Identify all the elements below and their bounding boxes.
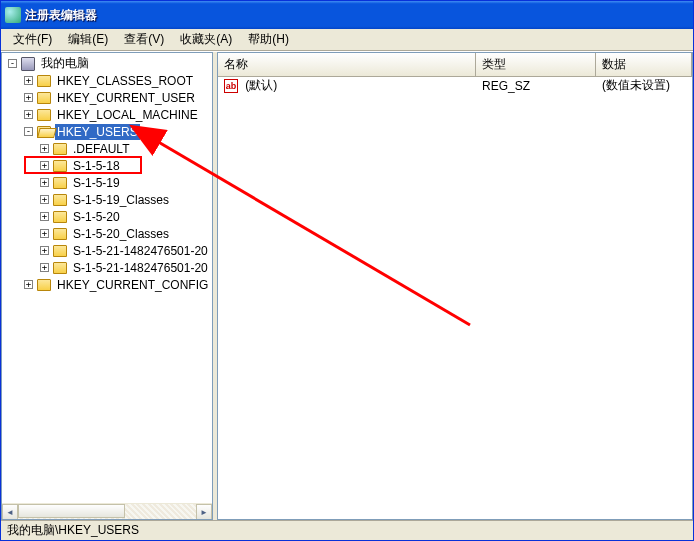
cell-name: ab (默认)	[218, 77, 476, 95]
folder-icon	[53, 228, 67, 240]
tree-label[interactable]: S-1-5-21-1482476501-20	[71, 260, 210, 276]
folder-icon	[53, 194, 67, 206]
tree-node-s19[interactable]: + S-1-5-19	[2, 174, 212, 191]
tree-node-default[interactable]: + .DEFAULT	[2, 140, 212, 157]
tree-label[interactable]: S-1-5-21-1482476501-20	[71, 243, 210, 259]
tree-node-hklm[interactable]: + HKEY_LOCAL_MACHINE	[2, 106, 212, 123]
app-icon	[5, 7, 21, 23]
value-name: (默认)	[245, 78, 277, 92]
col-header-type[interactable]: 类型	[476, 53, 596, 76]
tree-node-s20[interactable]: + S-1-5-20	[2, 208, 212, 225]
status-path: 我的电脑\HKEY_USERS	[7, 522, 139, 539]
menu-file[interactable]: 文件(F)	[5, 29, 60, 50]
tree-node-s20c[interactable]: + S-1-5-20_Classes	[2, 225, 212, 242]
folder-icon	[53, 177, 67, 189]
tree-node-hkcc[interactable]: + HKEY_CURRENT_CONFIG	[2, 276, 212, 293]
folder-icon	[53, 160, 67, 172]
expander-plus-icon[interactable]: +	[40, 144, 49, 153]
tree-label[interactable]: S-1-5-19_Classes	[71, 192, 171, 208]
expander-plus-icon[interactable]: +	[40, 161, 49, 170]
expander-plus-icon[interactable]: +	[24, 76, 33, 85]
tree-node-s19c[interactable]: + S-1-5-19_Classes	[2, 191, 212, 208]
folder-open-icon	[37, 126, 51, 138]
tree-scrollbar-horizontal[interactable]: ◄ ►	[2, 503, 212, 519]
tree-label[interactable]: S-1-5-19	[71, 175, 122, 191]
list-header: 名称 类型 数据	[218, 53, 692, 77]
cell-type: REG_SZ	[476, 78, 596, 94]
tree-node-s18[interactable]: + S-1-5-18	[2, 157, 212, 174]
folder-icon	[53, 245, 67, 257]
statusbar: 我的电脑\HKEY_USERS	[1, 520, 693, 540]
menu-view[interactable]: 查看(V)	[116, 29, 172, 50]
folder-icon	[37, 92, 51, 104]
list-row[interactable]: ab (默认) REG_SZ (数值未设置)	[218, 77, 692, 94]
tree-label[interactable]: HKEY_CURRENT_CONFIG	[55, 277, 210, 293]
col-header-data[interactable]: 数据	[596, 53, 692, 76]
computer-icon	[21, 57, 35, 71]
window-title: 注册表编辑器	[25, 7, 689, 24]
scroll-right-icon[interactable]: ►	[196, 504, 212, 520]
tree-node-s21a[interactable]: + S-1-5-21-1482476501-20	[2, 242, 212, 259]
tree-label[interactable]: S-1-5-20	[71, 209, 122, 225]
folder-icon	[53, 262, 67, 274]
string-value-icon: ab	[224, 79, 238, 93]
titlebar[interactable]: 注册表编辑器	[1, 1, 693, 29]
tree-label[interactable]: HKEY_CURRENT_USER	[55, 90, 197, 106]
expander-plus-icon[interactable]: +	[40, 195, 49, 204]
expander-minus-icon[interactable]: -	[8, 59, 17, 68]
tree-label-selected[interactable]: HKEY_USERS	[55, 124, 140, 140]
tree-label[interactable]: 我的电脑	[39, 54, 91, 73]
menu-help[interactable]: 帮助(H)	[240, 29, 297, 50]
folder-icon	[37, 279, 51, 291]
tree-node-s21b[interactable]: + S-1-5-21-1482476501-20	[2, 259, 212, 276]
tree-node-hkcu[interactable]: + HKEY_CURRENT_USER	[2, 89, 212, 106]
expander-plus-icon[interactable]: +	[40, 263, 49, 272]
expander-plus-icon[interactable]: +	[40, 212, 49, 221]
menubar: 文件(F) 编辑(E) 查看(V) 收藏夹(A) 帮助(H)	[1, 29, 693, 51]
expander-minus-icon[interactable]: -	[24, 127, 33, 136]
menu-favorites[interactable]: 收藏夹(A)	[172, 29, 240, 50]
list-body[interactable]: ab (默认) REG_SZ (数值未设置)	[218, 77, 692, 519]
tree-label[interactable]: S-1-5-18	[71, 158, 122, 174]
folder-icon	[53, 211, 67, 223]
tree-node-hkcr[interactable]: + HKEY_CLASSES_ROOT	[2, 72, 212, 89]
expander-plus-icon[interactable]: +	[40, 229, 49, 238]
folder-icon	[37, 109, 51, 121]
expander-plus-icon[interactable]: +	[40, 178, 49, 187]
folder-icon	[37, 75, 51, 87]
tree-node-root[interactable]: - 我的电脑	[2, 55, 212, 72]
list-pane[interactable]: 名称 类型 数据 ab (默认) REG_SZ (数值未设置)	[217, 52, 693, 520]
tree-label[interactable]: .DEFAULT	[71, 141, 131, 157]
expander-plus-icon[interactable]: +	[24, 110, 33, 119]
tree-label[interactable]: HKEY_CLASSES_ROOT	[55, 73, 195, 89]
expander-plus-icon[interactable]: +	[24, 280, 33, 289]
menu-edit[interactable]: 编辑(E)	[60, 29, 116, 50]
scroll-thumb[interactable]	[18, 504, 125, 518]
scroll-left-icon[interactable]: ◄	[2, 504, 18, 520]
tree-pane[interactable]: - 我的电脑 + HKEY_CLASSES_ROOT	[1, 52, 213, 520]
folder-icon	[53, 143, 67, 155]
col-header-name[interactable]: 名称	[218, 53, 476, 76]
cell-data: (数值未设置)	[596, 77, 692, 95]
expander-plus-icon[interactable]: +	[40, 246, 49, 255]
tree-node-hku[interactable]: - HKEY_USERS	[2, 123, 212, 140]
tree-label[interactable]: HKEY_LOCAL_MACHINE	[55, 107, 200, 123]
scroll-track[interactable]	[18, 504, 196, 519]
expander-plus-icon[interactable]: +	[24, 93, 33, 102]
tree-label[interactable]: S-1-5-20_Classes	[71, 226, 171, 242]
